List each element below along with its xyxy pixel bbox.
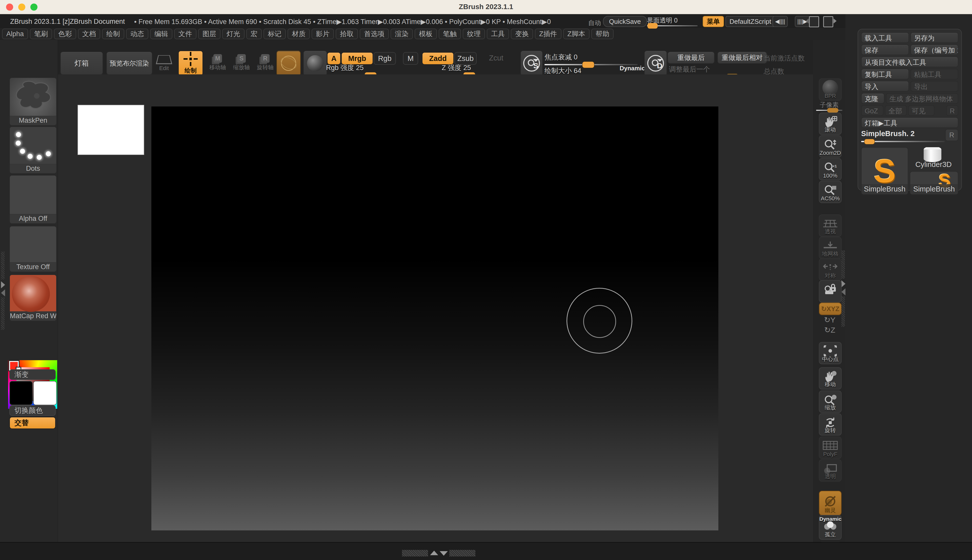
zadd-button[interactable]: Zadd xyxy=(422,52,454,65)
tool-button-可见[interactable]: 可见 xyxy=(908,105,935,116)
edit-mode-button[interactable]: Edit xyxy=(154,51,175,74)
alternate-button[interactable]: 交替 xyxy=(9,417,56,429)
透视-button[interactable]: 透视 xyxy=(819,215,842,237)
menu-色彩[interactable]: 色彩 xyxy=(54,28,76,39)
alpha-channel-button[interactable]: A xyxy=(327,52,341,65)
collapse-left-icon[interactable] xyxy=(842,288,845,295)
divider-left-icon[interactable] xyxy=(809,16,819,27)
camera-lock-button[interactable] xyxy=(819,280,842,303)
dynamic-brush-size-button[interactable]: D xyxy=(644,51,667,76)
zscript-button[interactable]: DefaultZScript xyxy=(725,16,775,27)
focal-shift-slider[interactable]: 焦点衰减 0 xyxy=(544,53,638,65)
tool-button-从项目文件载入工具[interactable]: 从项目文件载入工具 xyxy=(861,57,958,67)
subpixel-slider[interactable] xyxy=(816,110,842,111)
tool-button-复制工具[interactable]: 复制工具 xyxy=(861,69,909,79)
draw-mode-button[interactable]: 绘制 xyxy=(178,51,203,76)
旋转-button[interactable]: 旋转 xyxy=(819,413,842,435)
tool-button-R[interactable]: R xyxy=(946,105,958,116)
menu-标记[interactable]: 标记 xyxy=(264,28,286,39)
menu-拾取[interactable]: 拾取 xyxy=(336,28,358,39)
tool-slot-handle[interactable] xyxy=(864,139,875,145)
divider-grip[interactable] xyxy=(842,297,845,327)
expand-up-icon[interactable] xyxy=(430,551,438,555)
menu-首选项[interactable]: 首选项 xyxy=(360,28,389,39)
divider-grip[interactable] xyxy=(1,297,5,330)
z-intensity-slider[interactable]: Z 强度 25 xyxy=(422,63,516,76)
gradient-button[interactable]: 渐变 xyxy=(9,369,56,380)
tool-slot-slider[interactable] xyxy=(861,138,945,142)
tool-button-导出[interactable]: 导出 xyxy=(910,81,958,92)
current-material-button[interactable] xyxy=(303,51,327,76)
menu-绘制[interactable]: 绘制 xyxy=(102,28,124,39)
menu-帮助[interactable]: 帮助 xyxy=(591,28,614,39)
expand-right-icon[interactable] xyxy=(1,281,5,288)
100%-button[interactable]: ×1100% xyxy=(819,158,842,180)
滚动-button[interactable]: 滚动 xyxy=(819,113,842,135)
menu-文档[interactable]: 文档 xyxy=(78,28,100,39)
ui-transparency-slider[interactable] xyxy=(647,25,698,26)
tool-button-另存为[interactable]: 另存为 xyxy=(910,32,958,43)
menu-纹理[interactable]: 纹理 xyxy=(463,28,485,39)
对称-button[interactable]: 对称 xyxy=(819,258,842,281)
current-brush-button[interactable] xyxy=(276,51,301,76)
menu-动态[interactable]: 动态 xyxy=(126,28,148,39)
tool-tile-cylinder3d[interactable]: Cylinder3D xyxy=(910,147,957,170)
active-tool-slider[interactable]: SimpleBrush. 2 R xyxy=(861,130,958,144)
rgb-button[interactable]: Rgb xyxy=(374,52,396,65)
current-texture-tile[interactable]: Texture Off xyxy=(9,226,57,272)
document-area[interactable] xyxy=(58,74,813,542)
primary-color-swatch[interactable] xyxy=(9,381,33,405)
menu-材质[interactable]: 材质 xyxy=(287,28,310,39)
menu-笔刷[interactable]: 笔刷 xyxy=(30,28,52,39)
tool-button-保存[interactable]: 保存 xyxy=(861,45,909,55)
menu-Alpha[interactable]: Alpha xyxy=(2,28,28,39)
m-button[interactable]: M xyxy=(403,52,418,65)
menu-变换[interactable]: 变换 xyxy=(511,28,533,39)
bottom-divider-bar[interactable] xyxy=(0,542,972,560)
Zoom2D-button[interactable]: Zoom2D xyxy=(819,135,842,158)
rotate-axis-button[interactable]: R 旋转轴 xyxy=(255,51,276,74)
bottom-grip[interactable] xyxy=(449,550,475,557)
switch-color-button[interactable]: 切换颜色 xyxy=(9,405,56,416)
缩放-button[interactable]: 缩放 xyxy=(819,390,842,413)
menu-Z脚本[interactable]: Z脚本 xyxy=(563,28,590,39)
menu-笔触[interactable]: 笔触 xyxy=(439,28,461,39)
layout-prev-button[interactable]: ◀|||| xyxy=(773,16,788,27)
current-material-tile[interactable]: MatCap Red Wa xyxy=(9,275,57,321)
divider-grip[interactable] xyxy=(1,252,5,280)
中心点-button[interactable]: 中心点 xyxy=(819,342,842,364)
XYZ-button[interactable]: ↻XYZ xyxy=(819,303,842,315)
document-preview-thumbnail[interactable] xyxy=(78,105,144,155)
孤立-button[interactable]: Dynamic孤立 xyxy=(819,515,842,540)
tool-button-载入工具[interactable]: 载入工具 xyxy=(861,32,909,43)
menu-编辑[interactable]: 编辑 xyxy=(150,28,172,39)
移动-button[interactable]: 移动 xyxy=(819,367,842,390)
current-alpha-tile[interactable]: Alpha Off xyxy=(9,175,57,224)
mrgb-button[interactable]: Mrgb xyxy=(341,52,373,65)
scale-axis-button[interactable]: S 缩放轴 xyxy=(231,51,252,74)
bottom-grip[interactable] xyxy=(402,550,428,557)
collapse-left-icon[interactable] xyxy=(1,289,5,297)
quicksave-button[interactable]: QuickSave xyxy=(603,16,647,27)
tool-button-克隆[interactable]: 克隆 xyxy=(861,93,884,104)
地网格-button[interactable]: 地网格 xyxy=(819,237,842,259)
divider-right-icon[interactable] xyxy=(823,16,833,27)
menu-工具[interactable]: 工具 xyxy=(487,28,509,39)
collapse-down-icon[interactable] xyxy=(440,551,448,556)
sculptris-pro-button[interactable]: S xyxy=(520,51,543,76)
tool-r-button[interactable]: R xyxy=(945,129,958,141)
lightbox-button[interactable]: 灯箱 xyxy=(60,52,103,75)
menu-Z插件[interactable]: Z插件 xyxy=(535,28,561,39)
redo-last-relative-button[interactable]: 重做最后相对 xyxy=(717,52,767,64)
幽灵-button[interactable]: 幽灵 xyxy=(819,491,842,515)
divider-grip[interactable] xyxy=(842,250,845,279)
zcut-button[interactable]: Zcut xyxy=(486,52,506,64)
tool-button-灯箱▶工具[interactable]: 灯箱▶工具 xyxy=(861,117,958,128)
rgb-intensity-slider[interactable]: Rgb 强度 25 xyxy=(326,63,415,76)
menu-渲染[interactable]: 渲染 xyxy=(391,28,413,39)
menu-影片[interactable]: 影片 xyxy=(312,28,334,39)
tool-tile-simplebrush-large[interactable]: S SimpleBrush xyxy=(861,147,908,195)
redo-last-button[interactable]: 重做最后 xyxy=(668,52,715,64)
AC50%-button[interactable]: AC50% xyxy=(819,181,842,203)
tool-button-导入[interactable]: 导入 xyxy=(861,81,909,92)
